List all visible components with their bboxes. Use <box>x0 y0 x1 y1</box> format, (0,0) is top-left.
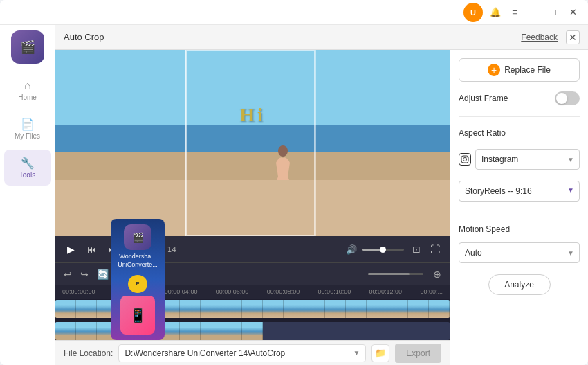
play-button[interactable]: ▶ <box>62 241 79 258</box>
clip-thumb-12 <box>284 300 304 318</box>
app-window: U 🔔 ≡ − □ ✕ 🎬 ⌂ Home 📄 My Files 🔧 Tools <box>0 0 588 365</box>
adjust-frame-toggle[interactable] <box>555 91 580 105</box>
app-logo: 🎬 <box>11 30 44 64</box>
sidebar-tools-label: Tools <box>19 171 35 179</box>
ruler-mark-7: 00:00:... <box>420 288 443 295</box>
sidebar: 🎬 ⌂ Home 📄 My Files 🔧 Tools <box>0 25 55 365</box>
prev-frame-button[interactable]: ⏮ <box>84 242 100 256</box>
ruler-mark-4: 00:00:08:00 <box>267 288 300 295</box>
title-bar: U 🔔 ≡ − □ ✕ <box>0 0 588 25</box>
fullscreen-buttons: ⊡ ⛶ <box>410 242 443 256</box>
adjust-frame-label: Adjust Frame <box>459 94 508 103</box>
crop-overlay <box>55 50 450 236</box>
user-avatar[interactable]: U <box>463 3 483 22</box>
clip-thumb-14 <box>325 300 346 318</box>
refresh-button[interactable]: 🔄 <box>95 267 110 281</box>
promo-subtitle: UniConverte... <box>118 261 158 269</box>
analyze-button-row: Analyze <box>459 274 580 295</box>
clip2-thumb-9 <box>221 322 242 340</box>
clip-thumb-2 <box>76 300 97 318</box>
volume-slider[interactable] <box>362 249 404 251</box>
ruler-mark-6: 00:00:12:00 <box>369 288 403 295</box>
timeline-zoom-slider[interactable] <box>368 273 423 275</box>
maximize-button[interactable]: □ <box>544 3 563 22</box>
crop-line-v2 <box>315 50 316 236</box>
sidebar-item-home[interactable]: ⌂ Home <box>4 72 51 108</box>
file-location-label: File Location: <box>64 348 113 358</box>
promo-card: 🎬 Wondersha... UniConverte... F 📱 <box>111 219 165 340</box>
platform-select[interactable]: Instagram <box>475 149 580 170</box>
story-select-wrapper: StoryReels -- 9:16 ▼ <box>459 178 580 202</box>
promo-logo: 🎬 <box>124 224 151 250</box>
clip-thumb-8 <box>201 300 221 318</box>
clip-thumb-18 <box>408 300 429 318</box>
timeline-zoom-fill <box>368 273 410 275</box>
content-area: converter to other ur files to mmer ily … <box>55 25 588 365</box>
person-silhouette <box>273 145 293 180</box>
instagram-icon <box>459 153 471 166</box>
clip-thumb-19 <box>429 300 450 318</box>
hamburger-menu-icon[interactable]: ≡ <box>505 3 524 22</box>
file-path-text: D:\Wondershare UniConverter 14\AutoCrop <box>125 348 285 358</box>
ruler-mark-5: 00:00:10:00 <box>318 288 351 295</box>
sidebar-item-tools[interactable]: 🔧 Tools <box>4 150 51 186</box>
svg-rect-1 <box>461 156 468 163</box>
modal-title: Auto Crop <box>64 32 521 42</box>
replace-file-button[interactable]: + Replace File <box>459 58 580 82</box>
clip-thumb-13 <box>304 300 325 318</box>
clip-thumb-16 <box>367 300 387 318</box>
crop-line-v1 <box>185 50 186 236</box>
video-container[interactable]: Hi <box>55 50 450 236</box>
redo-button[interactable]: ↪ <box>79 267 90 281</box>
minimize-button[interactable]: − <box>524 3 544 22</box>
path-dropdown-arrow[interactable]: ▼ <box>353 349 360 357</box>
close-button[interactable]: ✕ <box>563 3 582 22</box>
ruler-mark-0: 00:00:00:00 <box>62 288 95 295</box>
clip2-thumb-8 <box>201 322 221 340</box>
clip-thumb-7 <box>180 300 201 318</box>
clip-thumb-11 <box>263 300 284 318</box>
clip-thumb-10 <box>242 300 263 318</box>
video-frame: Hi <box>55 50 450 236</box>
promo-title: Wondersha... <box>119 253 156 261</box>
analyze-button[interactable]: Analyze <box>488 274 551 295</box>
zoom-in-button[interactable]: ⊕ <box>432 267 443 281</box>
files-icon: 📄 <box>21 118 35 131</box>
undo-button[interactable]: ↩ <box>62 267 73 281</box>
story-reels-select[interactable]: StoryReels -- 9:16 <box>459 181 580 202</box>
adjust-frame-row: Adjust Frame <box>459 91 580 105</box>
motion-speed-wrapper: Auto ▼ <box>459 242 580 263</box>
modal-close-button[interactable]: ✕ <box>566 30 580 44</box>
clip2-thumb-10 <box>242 322 263 340</box>
crop-region <box>185 50 315 236</box>
promo-badge: F <box>128 275 147 293</box>
video-text: Hi <box>239 104 266 126</box>
tools-icon: 🔧 <box>21 157 35 170</box>
file-browse-button[interactable]: 📁 <box>371 344 389 362</box>
fullscreen-button[interactable]: ⛶ <box>428 242 443 256</box>
feedback-link[interactable]: Feedback <box>521 33 558 42</box>
toggle-knob <box>556 93 567 104</box>
plus-circle-icon: + <box>488 64 500 76</box>
notification-bell-icon[interactable]: 🔔 <box>486 3 505 22</box>
aspect-ratio-row: Instagram ▼ <box>459 149 580 170</box>
separator-2 <box>459 213 580 213</box>
volume-icon[interactable]: 🔊 <box>346 244 357 255</box>
ruler-mark-3: 00:00:06:00 <box>216 288 249 295</box>
sidebar-home-label: Home <box>18 94 37 101</box>
motion-speed-select[interactable]: Auto <box>459 242 580 263</box>
clip-thumb-9 <box>221 300 242 318</box>
motion-speed-label: Motion Speed <box>459 224 580 234</box>
volume-thumb <box>380 247 386 253</box>
promo-phone-visual: 📱 <box>120 296 155 335</box>
clip-thumb-15 <box>346 300 367 318</box>
file-location-path: D:\Wondershare UniConverter 14\AutoCrop … <box>118 344 366 362</box>
sidebar-myfiles-label: My Files <box>15 132 40 140</box>
right-panel: + Replace File Adjust Frame Aspe <box>450 50 588 365</box>
main-layout: 🎬 ⌂ Home 📄 My Files 🔧 Tools converter to… <box>0 25 588 365</box>
fit-screen-button[interactable]: ⊡ <box>410 242 423 256</box>
svg-point-2 <box>463 158 467 161</box>
export-button[interactable]: Export <box>395 344 441 363</box>
svg-point-3 <box>467 157 468 158</box>
sidebar-item-myfiles[interactable]: 📄 My Files <box>4 111 51 147</box>
